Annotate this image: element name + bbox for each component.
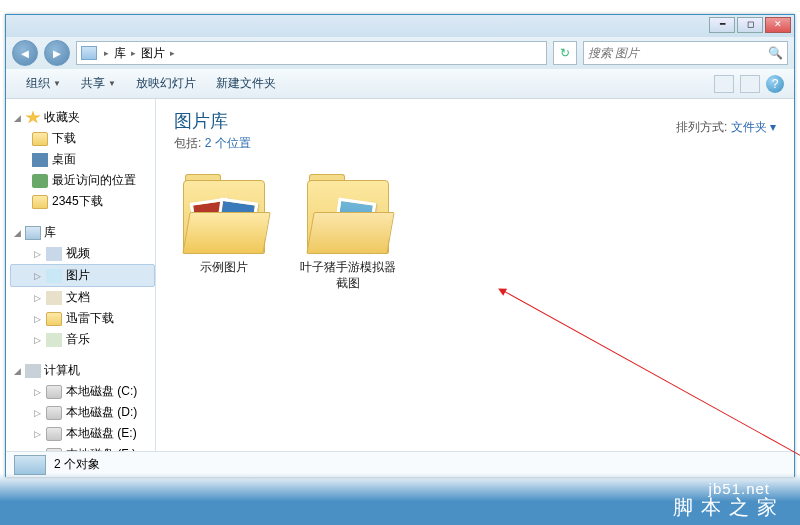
arrange-by: 排列方式: 文件夹 ▾ xyxy=(676,119,776,136)
computer-group[interactable]: ◢计算机 xyxy=(10,360,155,381)
sidebar-item-documents[interactable]: ▷文档 xyxy=(10,287,155,308)
pictures-icon xyxy=(46,269,62,283)
drive-icon xyxy=(46,427,62,441)
navigation-pane[interactable]: ◢收藏夹 下载 桌面 最近访问的位置 2345下载 ◢库 ▷视频 ▷图片 ▷文档… xyxy=(6,99,156,451)
sidebar-item-recent[interactable]: 最近访问的位置 xyxy=(10,170,155,191)
search-input[interactable] xyxy=(588,46,768,60)
sidebar-item-video[interactable]: ▷视频 xyxy=(10,243,155,264)
drive-icon xyxy=(46,385,62,399)
arrange-value[interactable]: 文件夹 ▾ xyxy=(731,120,776,134)
slideshow-button[interactable]: 放映幻灯片 xyxy=(126,71,206,96)
titlebar[interactable]: ━ ◻ ✕ xyxy=(6,15,794,37)
library-icon xyxy=(81,46,97,60)
sidebar-item-drive-e[interactable]: ▷本地磁盘 (E:) xyxy=(10,423,155,444)
breadcrumb-pictures[interactable]: 图片 xyxy=(139,45,167,62)
address-bar[interactable]: ▸ 库 ▸ 图片 ▸ xyxy=(76,41,547,65)
star-icon xyxy=(25,111,41,125)
drive-icon xyxy=(46,448,62,452)
share-menu[interactable]: 共享▼ xyxy=(71,71,126,96)
annotation-arrow xyxy=(501,289,800,474)
sidebar-item-drive-c[interactable]: ▷本地磁盘 (C:) xyxy=(10,381,155,402)
explorer-window: ━ ◻ ✕ ◄ ► ▸ 库 ▸ 图片 ▸ ↻ 🔍 组织▼ 共享▼ 放映幻灯片 新… xyxy=(5,14,795,477)
refresh-button[interactable]: ↻ xyxy=(553,41,577,65)
newfolder-button[interactable]: 新建文件夹 xyxy=(206,71,286,96)
desktop-icon xyxy=(32,153,48,167)
video-icon xyxy=(46,247,62,261)
search-box: 🔍 xyxy=(583,41,788,65)
recent-icon xyxy=(32,174,48,188)
drive-icon xyxy=(46,406,62,420)
documents-icon xyxy=(46,291,62,305)
status-text: 2 个对象 xyxy=(54,456,100,473)
libraries-icon xyxy=(25,226,41,240)
folder-icon xyxy=(46,312,62,326)
sidebar-item-drive-d[interactable]: ▷本地磁盘 (D:) xyxy=(10,402,155,423)
help-icon[interactable]: ? xyxy=(766,75,784,93)
sidebar-item-download[interactable]: 下载 xyxy=(10,128,155,149)
folder-icon xyxy=(32,132,48,146)
organize-menu[interactable]: 组织▼ xyxy=(16,71,71,96)
nav-bar: ◄ ► ▸ 库 ▸ 图片 ▸ ↻ 🔍 xyxy=(6,37,794,69)
search-icon[interactable]: 🔍 xyxy=(768,46,783,60)
view-options-button[interactable] xyxy=(714,75,734,93)
status-icon xyxy=(14,455,46,475)
library-subtitle: 包括: 2 个位置 xyxy=(174,135,776,152)
libraries-group[interactable]: ◢库 xyxy=(10,222,155,243)
favorites-group[interactable]: ◢收藏夹 xyxy=(10,107,155,128)
sidebar-item-pictures[interactable]: ▷图片 xyxy=(10,264,155,287)
sidebar-item-drive-f[interactable]: ▷本地磁盘 (F:) xyxy=(10,444,155,451)
breadcrumb-libraries[interactable]: 库 xyxy=(112,45,128,62)
forward-button[interactable]: ► xyxy=(44,40,70,66)
toolbar: 组织▼ 共享▼ 放映幻灯片 新建文件夹 ? xyxy=(6,69,794,99)
folder-sample-pictures[interactable]: 示例图片 xyxy=(174,180,274,291)
content-pane[interactable]: 图片库 包括: 2 个位置 排列方式: 文件夹 ▾ 示例图片 xyxy=(156,99,794,451)
computer-icon xyxy=(25,364,41,378)
maximize-button[interactable]: ◻ xyxy=(737,17,763,33)
locations-link[interactable]: 2 个位置 xyxy=(205,136,251,150)
music-icon xyxy=(46,333,62,347)
folder-yezizhu-screenshots[interactable]: 叶子猪手游模拟器截图 xyxy=(298,180,398,291)
sidebar-item-desktop[interactable]: 桌面 xyxy=(10,149,155,170)
minimize-button[interactable]: ━ xyxy=(709,17,735,33)
sidebar-item-xunlei[interactable]: ▷迅雷下载 xyxy=(10,308,155,329)
folder-icon xyxy=(32,195,48,209)
sidebar-item-music[interactable]: ▷音乐 xyxy=(10,329,155,350)
watermark: jb51.net 脚本之家 xyxy=(0,473,800,525)
preview-pane-button[interactable] xyxy=(740,75,760,93)
sidebar-item-2345[interactable]: 2345下载 xyxy=(10,191,155,212)
folder-thumb-icon xyxy=(183,180,265,254)
back-button[interactable]: ◄ xyxy=(12,40,38,66)
folder-thumb-icon xyxy=(307,180,389,254)
close-button[interactable]: ✕ xyxy=(765,17,791,33)
